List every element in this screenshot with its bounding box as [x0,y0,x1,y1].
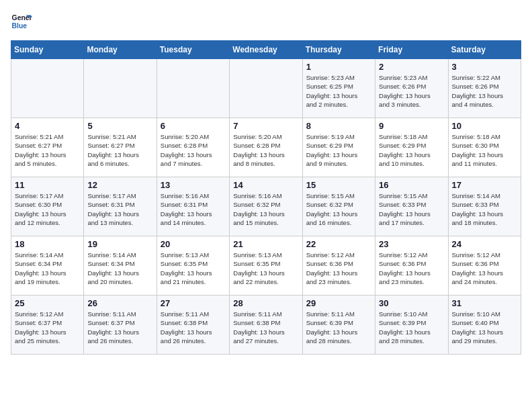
day-cell [230,59,302,118]
day-number: 9 [379,121,444,131]
week-row-3: 11Sunrise: 5:17 AM Sunset: 6:30 PM Dayli… [11,177,521,236]
header-friday: Friday [375,41,448,59]
day-number: 23 [379,239,444,249]
logo: General Blue [11,11,35,32]
day-cell: 16Sunrise: 5:15 AM Sunset: 6:33 PM Dayli… [375,177,448,236]
header-row: SundayMondayTuesdayWednesdayThursdayFrid… [11,41,521,59]
day-cell: 14Sunrise: 5:16 AM Sunset: 6:32 PM Dayli… [230,177,302,236]
day-info: Sunrise: 5:14 AM Sunset: 6:34 PM Dayligh… [87,250,152,286]
day-cell: 18Sunrise: 5:14 AM Sunset: 6:34 PM Dayli… [11,236,84,295]
day-info: Sunrise: 5:20 AM Sunset: 6:28 PM Dayligh… [161,132,226,168]
day-cell: 24Sunrise: 5:12 AM Sunset: 6:36 PM Dayli… [448,236,521,295]
day-cell: 13Sunrise: 5:16 AM Sunset: 6:31 PM Dayli… [157,177,229,236]
day-number: 11 [15,180,80,190]
day-number: 8 [306,121,371,131]
day-number: 30 [379,298,444,308]
day-info: Sunrise: 5:12 AM Sunset: 6:36 PM Dayligh… [306,250,371,286]
day-info: Sunrise: 5:18 AM Sunset: 6:30 PM Dayligh… [452,132,517,168]
day-cell: 4Sunrise: 5:21 AM Sunset: 6:27 PM Daylig… [11,118,84,177]
day-number: 19 [87,239,152,249]
day-info: Sunrise: 5:13 AM Sunset: 6:35 PM Dayligh… [233,250,298,286]
week-row-1: 1Sunrise: 5:23 AM Sunset: 6:25 PM Daylig… [11,59,521,118]
week-row-2: 4Sunrise: 5:21 AM Sunset: 6:27 PM Daylig… [11,118,521,177]
day-info: Sunrise: 5:19 AM Sunset: 6:29 PM Dayligh… [306,132,371,168]
day-info: Sunrise: 5:11 AM Sunset: 6:39 PM Dayligh… [306,310,371,345]
day-cell [84,59,157,118]
day-info: Sunrise: 5:11 AM Sunset: 6:37 PM Dayligh… [87,310,152,345]
day-number: 3 [452,62,517,72]
day-cell: 31Sunrise: 5:10 AM Sunset: 6:40 PM Dayli… [448,295,521,355]
day-cell: 7Sunrise: 5:20 AM Sunset: 6:28 PM Daylig… [230,118,302,177]
day-number: 18 [15,239,80,249]
day-info: Sunrise: 5:16 AM Sunset: 6:31 PM Dayligh… [161,191,226,227]
day-cell: 25Sunrise: 5:12 AM Sunset: 6:37 PM Dayli… [11,295,84,355]
day-cell: 8Sunrise: 5:19 AM Sunset: 6:29 PM Daylig… [302,118,375,177]
day-info: Sunrise: 5:21 AM Sunset: 6:27 PM Dayligh… [87,132,152,168]
day-number: 25 [15,298,80,308]
day-number: 5 [87,121,152,131]
day-cell: 5Sunrise: 5:21 AM Sunset: 6:27 PM Daylig… [84,118,157,177]
day-number: 29 [306,298,371,308]
day-info: Sunrise: 5:15 AM Sunset: 6:32 PM Dayligh… [306,191,371,227]
day-info: Sunrise: 5:23 AM Sunset: 6:25 PM Dayligh… [306,73,371,109]
header-tuesday: Tuesday [157,41,229,59]
day-number: 22 [306,239,371,249]
day-number: 1 [306,62,371,72]
day-info: Sunrise: 5:11 AM Sunset: 6:38 PM Dayligh… [161,310,226,345]
day-number: 15 [306,180,371,190]
day-cell: 27Sunrise: 5:11 AM Sunset: 6:38 PM Dayli… [157,295,229,355]
day-cell: 21Sunrise: 5:13 AM Sunset: 6:35 PM Dayli… [230,236,302,295]
week-row-5: 25Sunrise: 5:12 AM Sunset: 6:37 PM Dayli… [11,295,521,355]
day-number: 21 [233,239,298,249]
day-info: Sunrise: 5:12 AM Sunset: 6:36 PM Dayligh… [379,250,444,286]
header-monday: Monday [84,41,157,59]
day-info: Sunrise: 5:10 AM Sunset: 6:39 PM Dayligh… [379,310,444,345]
day-cell: 9Sunrise: 5:18 AM Sunset: 6:29 PM Daylig… [375,118,448,177]
day-number: 20 [161,239,226,249]
week-row-4: 18Sunrise: 5:14 AM Sunset: 6:34 PM Dayli… [11,236,521,295]
day-info: Sunrise: 5:16 AM Sunset: 6:32 PM Dayligh… [233,191,298,227]
day-number: 13 [161,180,226,190]
day-cell: 15Sunrise: 5:15 AM Sunset: 6:32 PM Dayli… [302,177,375,236]
day-number: 27 [161,298,226,308]
day-number: 4 [15,121,80,131]
day-info: Sunrise: 5:18 AM Sunset: 6:29 PM Dayligh… [379,132,444,168]
day-cell: 22Sunrise: 5:12 AM Sunset: 6:36 PM Dayli… [302,236,375,295]
day-cell: 23Sunrise: 5:12 AM Sunset: 6:36 PM Dayli… [375,236,448,295]
day-cell: 11Sunrise: 5:17 AM Sunset: 6:30 PM Dayli… [11,177,84,236]
header-thursday: Thursday [302,41,375,59]
day-cell: 19Sunrise: 5:14 AM Sunset: 6:34 PM Dayli… [84,236,157,295]
day-info: Sunrise: 5:11 AM Sunset: 6:38 PM Dayligh… [233,310,298,345]
day-number: 12 [87,180,152,190]
day-info: Sunrise: 5:23 AM Sunset: 6:26 PM Dayligh… [379,73,444,109]
day-info: Sunrise: 5:17 AM Sunset: 6:31 PM Dayligh… [87,191,152,227]
day-cell: 17Sunrise: 5:14 AM Sunset: 6:33 PM Dayli… [448,177,521,236]
day-info: Sunrise: 5:21 AM Sunset: 6:27 PM Dayligh… [15,132,80,168]
day-number: 26 [87,298,152,308]
day-number: 24 [452,239,517,249]
day-cell: 10Sunrise: 5:18 AM Sunset: 6:30 PM Dayli… [448,118,521,177]
day-info: Sunrise: 5:13 AM Sunset: 6:35 PM Dayligh… [161,250,226,286]
day-cell: 29Sunrise: 5:11 AM Sunset: 6:39 PM Dayli… [302,295,375,355]
day-number: 6 [161,121,226,131]
day-info: Sunrise: 5:12 AM Sunset: 6:37 PM Dayligh… [15,310,80,345]
day-number: 31 [452,298,517,308]
header-sunday: Sunday [11,41,84,59]
day-info: Sunrise: 5:20 AM Sunset: 6:28 PM Dayligh… [233,132,298,168]
day-cell [11,59,84,118]
day-info: Sunrise: 5:15 AM Sunset: 6:33 PM Dayligh… [379,191,444,227]
day-number: 17 [452,180,517,190]
day-number: 16 [379,180,444,190]
page-header: General Blue [11,11,521,32]
day-info: Sunrise: 5:10 AM Sunset: 6:40 PM Dayligh… [452,310,517,345]
day-info: Sunrise: 5:14 AM Sunset: 6:33 PM Dayligh… [452,191,517,227]
svg-text:Blue: Blue [12,22,28,30]
logo-icon: General Blue [11,11,32,32]
day-number: 14 [233,180,298,190]
day-cell: 1Sunrise: 5:23 AM Sunset: 6:25 PM Daylig… [302,59,375,118]
day-cell [157,59,229,118]
day-cell: 26Sunrise: 5:11 AM Sunset: 6:37 PM Dayli… [84,295,157,355]
day-cell: 3Sunrise: 5:22 AM Sunset: 6:26 PM Daylig… [448,59,521,118]
calendar-table: SundayMondayTuesdayWednesdayThursdayFrid… [11,40,521,355]
day-info: Sunrise: 5:17 AM Sunset: 6:30 PM Dayligh… [15,191,80,227]
